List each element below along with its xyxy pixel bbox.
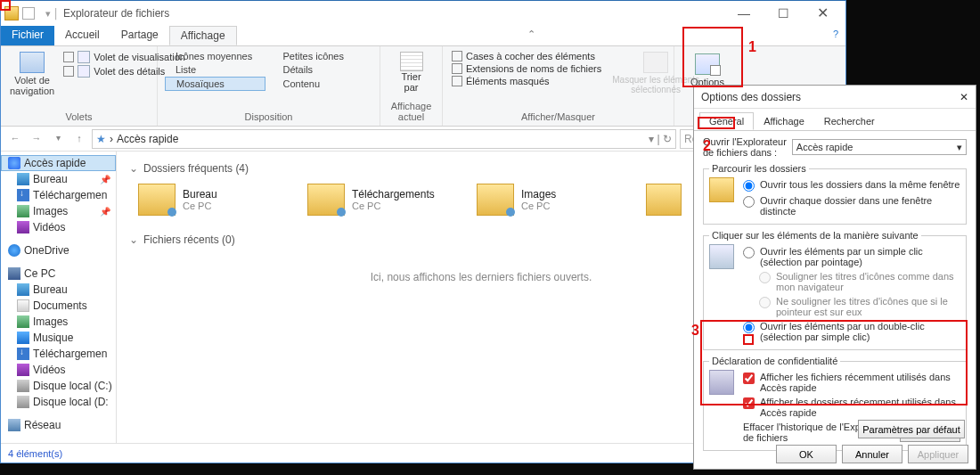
apply-button: Appliquer bbox=[908, 445, 968, 463]
open-explorer-combo[interactable]: Accès rapide▾ bbox=[792, 139, 967, 155]
videos-icon bbox=[17, 364, 29, 376]
annotation-number-2: 2 bbox=[703, 138, 711, 154]
qat-separator: ▾ │ bbox=[45, 8, 60, 20]
browse-legend: Parcourir les dossiers bbox=[709, 163, 809, 174]
nav-back-button[interactable]: ← bbox=[6, 130, 24, 148]
close-button[interactable]: ✕ bbox=[803, 1, 842, 26]
sidebar-item-network[interactable]: Réseau bbox=[1, 417, 116, 433]
layout-details[interactable]: Détails bbox=[273, 63, 373, 76]
annotation-check-2 bbox=[0, 0, 11, 11]
annotation-box-tab bbox=[698, 117, 735, 129]
sidebar-item-desktop-pc[interactable]: Bureau bbox=[1, 282, 116, 298]
annotation-box-1 bbox=[682, 27, 743, 87]
browse-folders-group: Parcourir les dossiers Ouvrir tous les d… bbox=[703, 163, 967, 225]
click-legend: Cliquer sur les éléments de la manière s… bbox=[709, 230, 921, 241]
sort-by-button[interactable]: Trier par bbox=[395, 50, 429, 94]
tab-view[interactable]: Affichage bbox=[169, 26, 237, 45]
sidebar-item-videos-pc[interactable]: Vidéos bbox=[1, 362, 116, 378]
radio-underline-browser: Souligner les titres d'icônes comme dans… bbox=[743, 269, 960, 294]
dialog-tab-search[interactable]: Rechercher bbox=[814, 112, 885, 130]
desktop-icon bbox=[17, 173, 29, 185]
drive-icon bbox=[17, 396, 29, 408]
help-icon[interactable]: ? bbox=[826, 26, 845, 45]
restore-defaults-button[interactable]: Paramètres par défaut bbox=[858, 420, 965, 438]
sidebar-item-desktop[interactable]: Bureau📌 bbox=[1, 171, 116, 187]
annotation-number-1: 1 bbox=[748, 39, 756, 55]
music-icon bbox=[17, 332, 29, 344]
sidebar-item-videos[interactable]: Vidéos bbox=[1, 219, 116, 235]
folder-icon bbox=[646, 184, 682, 216]
ok-button[interactable]: OK bbox=[776, 445, 837, 463]
dialog-close-button[interactable]: ✕ bbox=[960, 91, 968, 103]
hide-selected-icon bbox=[643, 52, 668, 73]
open-explorer-label: Ouvrir l'Explorateur de fichiers dans : bbox=[703, 136, 787, 158]
folder-item-videos[interactable] bbox=[646, 184, 682, 216]
folder-item-downloads[interactable]: TéléchargementsCe PC bbox=[307, 184, 477, 216]
minimize-button[interactable]: — bbox=[724, 1, 764, 26]
sidebar-item-images[interactable]: Images📌 bbox=[1, 203, 116, 219]
layout-medium-icons[interactable]: Icônes moyennes bbox=[165, 50, 265, 62]
ribbon-collapse-icon[interactable]: ⌃ bbox=[520, 26, 543, 45]
folder-icon bbox=[477, 184, 514, 216]
tab-file[interactable]: Fichier bbox=[1, 26, 54, 45]
breadcrumb[interactable]: › bbox=[110, 133, 113, 145]
nav-pane-label: Volet de navigation bbox=[10, 75, 54, 96]
file-extensions-toggle[interactable]: Extensions de noms de fichiers bbox=[450, 62, 603, 75]
sidebar-item-documents[interactable]: Documents bbox=[1, 298, 116, 314]
folder-options-dialog: Options des dossiers✕ Général Affichage … bbox=[693, 85, 976, 470]
sidebar-item-local-c[interactable]: Disque local (C:) bbox=[1, 378, 116, 394]
annotation-box-3 bbox=[700, 320, 968, 405]
videos-icon bbox=[17, 221, 29, 233]
sidebar-item-images-pc[interactable]: Images bbox=[1, 314, 116, 330]
sort-icon bbox=[400, 52, 423, 71]
qat-icon[interactable] bbox=[22, 7, 35, 20]
nav-up-button[interactable]: ↑ bbox=[70, 130, 88, 148]
sidebar-item-downloads-pc[interactable]: Téléchargemen bbox=[1, 346, 116, 362]
cancel-button[interactable]: Annuler bbox=[842, 445, 902, 463]
folder-icon bbox=[307, 184, 345, 216]
address-text[interactable]: Accès rapide bbox=[117, 133, 178, 145]
nav-history-button[interactable]: ▾ bbox=[49, 130, 67, 148]
dialog-tab-view[interactable]: Affichage bbox=[754, 112, 814, 130]
desktop-icon bbox=[17, 283, 29, 296]
radio-single-click[interactable]: Ouvrir les éléments par un simple clic (… bbox=[743, 244, 960, 269]
downloads-icon bbox=[17, 189, 29, 201]
sidebar-item-local-d[interactable]: Disque local (D: bbox=[1, 394, 116, 410]
images-icon bbox=[17, 205, 29, 217]
layout-list[interactable]: Liste bbox=[165, 63, 265, 76]
onedrive-icon bbox=[8, 244, 20, 257]
annotation-number-3: 3 bbox=[691, 323, 699, 339]
tab-share[interactable]: Partage bbox=[110, 26, 169, 45]
sidebar-item-downloads[interactable]: Téléchargemen bbox=[1, 187, 116, 203]
downloads-icon bbox=[17, 348, 29, 360]
nav-pane-icon bbox=[20, 52, 45, 73]
sidebar-item-onedrive[interactable]: OneDrive bbox=[1, 242, 116, 258]
folder-item-bureau[interactable]: BureauCe PC bbox=[138, 184, 307, 216]
sidebar-item-quick-access[interactable]: Accès rapide bbox=[1, 155, 116, 171]
nav-tree: Accès rapide Bureau📌 Téléchargemen Image… bbox=[1, 152, 117, 443]
radio-separate-window[interactable]: Ouvrir chaque dossier dans une fenêtre d… bbox=[743, 193, 960, 218]
dialog-title: Options des dossiers bbox=[701, 91, 801, 103]
documents-icon bbox=[17, 299, 29, 312]
address-bar[interactable]: ★ › Accès rapide ▾ | ↻ bbox=[92, 129, 676, 149]
radio-same-window[interactable]: Ouvrir tous les dossiers dans la même fe… bbox=[743, 177, 960, 193]
layout-small-icons[interactable]: Petites icônes bbox=[273, 50, 373, 62]
nav-pane-button[interactable]: Volet de navigation bbox=[8, 50, 56, 98]
annotation-check-1 bbox=[743, 334, 754, 345]
maximize-button[interactable]: ☐ bbox=[764, 1, 803, 26]
pin-icon: 📌 bbox=[100, 175, 110, 184]
hidden-items-toggle[interactable]: Éléments masqués bbox=[450, 75, 603, 87]
network-icon bbox=[8, 419, 20, 431]
sidebar-item-music[interactable]: Musique bbox=[1, 330, 116, 346]
browse-icon bbox=[709, 177, 734, 202]
nav-forward-button[interactable]: → bbox=[28, 130, 45, 148]
item-checkboxes-toggle[interactable]: Cases à cocher des éléments bbox=[450, 50, 603, 62]
folder-item-images[interactable]: ImagesCe PC bbox=[477, 184, 646, 216]
pin-icon: 📌 bbox=[100, 207, 110, 217]
pc-icon bbox=[8, 267, 20, 280]
tab-home[interactable]: Accueil bbox=[54, 26, 110, 45]
layout-content[interactable]: Contenu bbox=[273, 77, 373, 91]
sidebar-item-this-pc[interactable]: Ce PC bbox=[1, 266, 116, 282]
layout-tiles[interactable]: Mosaïques bbox=[165, 77, 265, 91]
star-icon bbox=[8, 157, 20, 169]
